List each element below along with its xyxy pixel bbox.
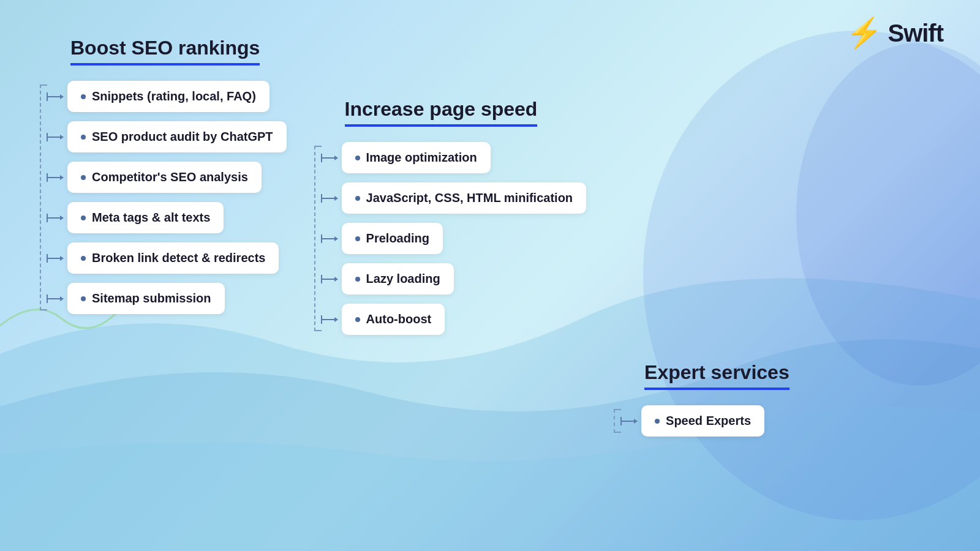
feature-box-meta: Meta tags & alt texts [67,202,224,233]
feature-box-broken: Broken link detect & redirects [67,242,279,274]
list-item: Broken link detect & redirects [47,242,287,274]
list-item: JavaScript, CSS, HTML minification [321,182,586,214]
list-item: Competitor's SEO analysis [47,162,287,193]
feature-box-autoboost: Auto-boost [342,304,445,335]
feature-box-snippets: Snippets (rating, local, FAQ) [67,81,270,112]
feature-box-sitemap: Sitemap submission [67,283,225,314]
list-item: Auto-boost [321,304,586,335]
feature-box-preloading: Preloading [342,223,443,254]
feature-box-chatgpt: SEO product audit by ChatGPT [67,121,287,152]
seo-section: Boost SEO rankings [37,37,287,320]
list-item: Speed Experts [620,405,764,437]
list-item: SEO product audit by ChatGPT [47,121,287,152]
logo: ⚡ Swift [846,18,943,48]
logo-text: Swift [888,20,943,47]
speed-title: Increase page speed [345,98,538,127]
expert-section: Expert services [611,361,790,443]
speed-section: Increase page speed [311,98,586,341]
list-item: Preloading [321,223,586,254]
expert-title: Expert services [644,361,790,390]
list-item: Sitemap submission [47,283,287,314]
feature-box-image-opt: Image optimization [342,142,491,173]
feature-box-lazy: Lazy loading [342,263,454,294]
list-item: Meta tags & alt texts [47,202,287,233]
feature-box-competitor: Competitor's SEO analysis [67,162,262,193]
list-item: Snippets (rating, local, FAQ) [47,81,287,112]
list-item: Lazy loading [321,263,586,294]
feature-box-speed-experts: Speed Experts [641,405,764,437]
list-item: Image optimization [321,142,586,173]
seo-title: Boost SEO rankings [70,37,260,66]
feature-box-minification: JavaScript, CSS, HTML minification [342,182,586,214]
logo-icon: ⚡ [846,18,883,48]
